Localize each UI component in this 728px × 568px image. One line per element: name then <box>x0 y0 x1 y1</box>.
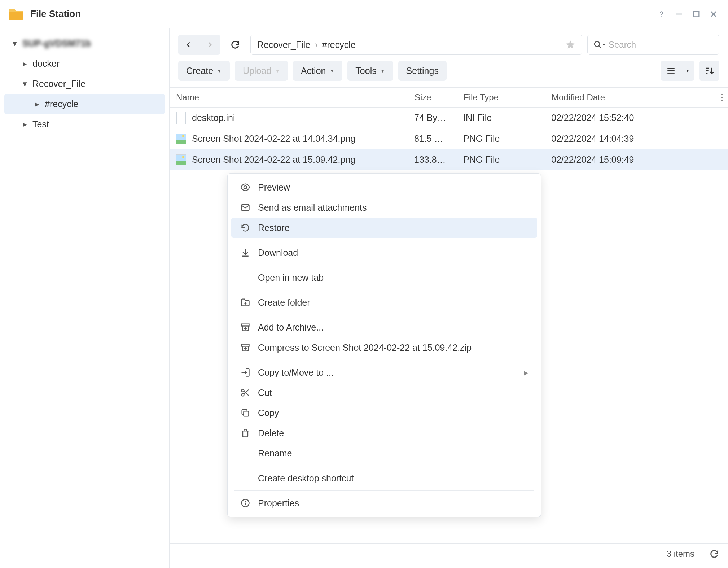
column-type[interactable]: File Type <box>457 88 545 107</box>
archive-in-icon <box>240 322 251 333</box>
restore-icon <box>240 222 251 233</box>
menu-rename[interactable]: Rename <box>231 443 537 463</box>
svg-rect-24 <box>242 324 249 326</box>
chevron-right-icon: ▸ <box>21 60 29 67</box>
archive-out-icon <box>240 342 251 353</box>
sort-button[interactable] <box>699 61 719 81</box>
svg-point-17 <box>721 100 723 101</box>
svg-point-16 <box>721 97 723 98</box>
svg-point-18 <box>244 186 247 189</box>
eye-icon <box>240 182 251 193</box>
mail-icon <box>240 202 251 213</box>
svg-point-36 <box>245 501 246 502</box>
scissors-icon <box>240 387 251 398</box>
svg-point-6 <box>595 41 600 47</box>
chevron-right-icon: ▸ <box>33 100 41 108</box>
table-header: Name Size File Type Modified Date <box>170 87 728 108</box>
back-button[interactable] <box>178 35 199 55</box>
favorite-star-icon[interactable] <box>565 40 575 50</box>
app-icon <box>7 5 25 23</box>
action-button[interactable]: Action▼ <box>293 61 342 81</box>
info-icon <box>240 498 251 508</box>
column-name[interactable]: Name <box>170 92 408 102</box>
tools-button[interactable]: Tools▼ <box>347 61 393 81</box>
file-icon <box>176 112 186 124</box>
image-icon <box>176 154 186 166</box>
menu-restore[interactable]: Restore <box>231 218 537 238</box>
trash-icon <box>240 428 251 438</box>
tree-root[interactable]: ▾ SUP-gVDSM71b <box>0 33 169 53</box>
svg-rect-3 <box>694 11 699 17</box>
list-view-button[interactable] <box>661 61 681 81</box>
menu-cut[interactable]: Cut <box>231 383 537 403</box>
upload-button[interactable]: Upload▼ <box>235 61 288 81</box>
menu-add-archive[interactable]: Add to Archive... <box>231 317 537 337</box>
menu-copyto[interactable]: Copy to/Move to ...▸ <box>231 362 537 383</box>
tree-item-test[interactable]: ▸ Test <box>0 114 169 134</box>
menu-download[interactable]: Download <box>231 243 537 263</box>
svg-rect-26 <box>242 344 249 346</box>
menu-create-folder[interactable]: Create folder <box>231 292 537 313</box>
menu-email[interactable]: Send as email attachments <box>231 197 537 218</box>
menu-compress[interactable]: Compress to Screen Shot 2024-02-22 at 15… <box>231 337 537 358</box>
breadcrumb: Recover_File › #recycle <box>250 35 582 55</box>
svg-rect-33 <box>244 411 249 416</box>
statusbar: 3 items <box>170 543 728 564</box>
svg-point-15 <box>721 94 723 95</box>
chevron-right-icon: ▸ <box>21 120 29 128</box>
help-button[interactable] <box>654 7 669 21</box>
settings-button[interactable]: Settings <box>398 61 447 81</box>
statusbar-refresh-icon[interactable] <box>709 549 719 559</box>
svg-line-7 <box>599 46 601 48</box>
table-row[interactable]: Screen Shot 2024-02-22 at 14.04.34.png 8… <box>170 128 728 149</box>
forward-button[interactable] <box>199 35 220 55</box>
copy-icon <box>240 407 251 418</box>
tree-item-recoverfile[interactable]: ▾ Recover_File <box>0 74 169 94</box>
search-input[interactable] <box>609 40 716 50</box>
create-button[interactable]: Create▼ <box>178 61 230 81</box>
table-row[interactable]: desktop.ini 74 By… INI File 02/22/2024 1… <box>170 108 728 128</box>
search-icon: ▾ <box>593 40 605 49</box>
close-button[interactable] <box>706 7 721 21</box>
breadcrumb-part[interactable]: #recycle <box>322 40 356 50</box>
image-icon <box>176 133 186 145</box>
sidebar: ▾ SUP-gVDSM71b ▸ docker ▾ Recover_File ▸… <box>0 28 170 568</box>
column-size[interactable]: Size <box>408 88 457 107</box>
chevron-right-icon: ▸ <box>524 367 529 378</box>
titlebar: File Station <box>0 0 728 28</box>
menu-shortcut[interactable]: Create desktop shortcut <box>231 468 537 488</box>
context-menu: Preview Send as email attachments Restor… <box>227 173 541 517</box>
refresh-button[interactable] <box>225 35 245 55</box>
move-icon <box>240 367 251 378</box>
menu-copy[interactable]: Copy <box>231 403 537 423</box>
table-row[interactable]: Screen Shot 2024-02-22 at 15.09.42.png 1… <box>170 149 728 170</box>
column-date[interactable]: Modified Date <box>545 88 728 107</box>
breadcrumb-part[interactable]: Recover_File <box>257 40 310 50</box>
menu-preview[interactable]: Preview <box>231 177 537 197</box>
download-icon <box>240 247 251 258</box>
svg-point-1 <box>661 16 662 17</box>
menu-delete[interactable]: Delete <box>231 423 537 443</box>
search-bar[interactable]: ▾ <box>587 35 719 55</box>
toolbar-actions: Create▼ Upload▼ Action▼ Tools▼ Settings … <box>170 58 728 87</box>
app-title: File Station <box>30 8 81 19</box>
toolbar-nav: Recover_File › #recycle ▾ <box>170 28 728 58</box>
item-count: 3 items <box>667 549 694 559</box>
menu-open-new-tab[interactable]: Open in new tab <box>231 267 537 288</box>
maximize-button[interactable] <box>689 7 703 21</box>
view-dropdown-button[interactable]: ▼ <box>681 61 694 81</box>
minimize-button[interactable] <box>672 7 686 21</box>
tree-item-docker[interactable]: ▸ docker <box>0 53 169 74</box>
columns-menu-icon[interactable] <box>721 93 723 101</box>
folder-plus-icon <box>240 297 251 308</box>
chevron-down-icon: ▾ <box>21 80 29 88</box>
menu-properties[interactable]: Properties <box>231 493 537 513</box>
tree-item-recycle[interactable]: ▸ #recycle <box>4 94 165 114</box>
chevron-down-icon: ▾ <box>11 39 19 47</box>
chevron-right-icon: › <box>315 40 317 50</box>
